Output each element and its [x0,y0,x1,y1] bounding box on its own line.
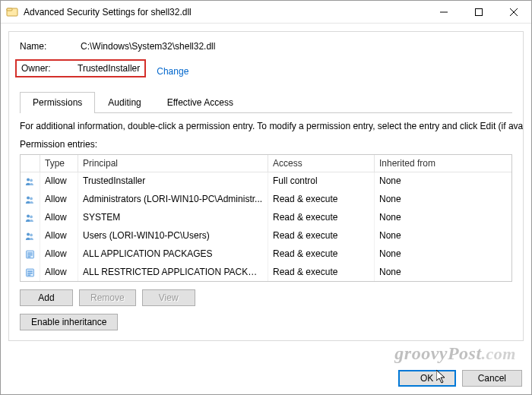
close-button[interactable] [496,1,531,24]
ok-button[interactable]: OK [398,370,456,387]
maximize-button[interactable] [461,1,496,24]
table-row[interactable]: AllowTrustedInstallerFull controlNone [21,172,511,191]
row-inherited: None [375,245,466,264]
row-inherited: None [375,209,466,227]
name-value: C:\Windows\System32\shell32.dll [81,41,215,52]
svg-rect-19 [27,271,33,272]
svg-point-9 [30,198,33,201]
row-principal: Administrators (LORI-WIN10-PC\Administr.… [78,191,268,209]
row-icon [21,191,40,209]
svg-rect-21 [27,274,30,275]
table-row[interactable]: AllowAdministrators (LORI-WIN10-PC\Admin… [21,191,511,209]
svg-point-12 [27,233,30,236]
dialog-footer: OK Cancel [398,370,522,387]
header-access[interactable]: Access [268,155,375,172]
view-button: View [142,289,195,306]
row-type: Allow [40,191,78,209]
svg-point-6 [27,179,30,182]
permissions-table[interactable]: Type Principal Access Inherited from All… [20,154,512,282]
row-icon [21,209,40,227]
row-type: Allow [40,264,78,282]
tab-permissions[interactable]: Permissions [20,92,95,113]
svg-rect-17 [27,256,30,257]
titlebar: Advanced Security Settings for shell32.d… [1,1,531,24]
name-row: Name: C:\Windows\System32\shell32.dll [20,41,512,52]
header-type[interactable]: Type [40,155,78,172]
svg-point-11 [30,216,33,219]
cancel-button[interactable]: Cancel [462,370,522,387]
row-icon [21,245,40,264]
change-owner-link[interactable]: Change [157,66,188,77]
tab-auditing[interactable]: Auditing [95,92,154,113]
owner-label: Owner: [21,63,78,74]
minimize-button[interactable] [426,1,461,24]
row-inherited: None [375,191,466,209]
row-type: Allow [40,172,78,191]
row-access: Read & execute [268,264,375,282]
row-access: Read & execute [268,191,375,209]
row-icon [21,172,40,191]
remove-button: Remove [79,289,136,306]
table-row[interactable]: AllowUsers (LORI-WIN10-PC\Users)Read & e… [21,227,511,245]
row-access: Read & execute [268,245,375,264]
table-row[interactable]: AllowSYSTEMRead & executeNone [21,209,511,227]
table-header: Type Principal Access Inherited from [21,155,511,172]
row-principal: ALL RESTRICTED APPLICATION PACKAGES [78,264,268,282]
row-principal: SYSTEM [78,209,268,227]
tab-effective-access[interactable]: Effective Access [154,92,246,113]
header-inherited[interactable]: Inherited from [375,155,466,172]
row-inherited: None [375,227,466,245]
owner-highlight: Owner: TrustedInstaller [15,59,146,77]
row-access: Read & execute [268,227,375,245]
window-title: Advanced Security Settings for shell32.d… [24,7,426,17]
row-principal: TrustedInstaller [78,172,268,191]
add-button[interactable]: Add [20,289,73,306]
enable-inheritance-button[interactable]: Enable inheritance [20,314,118,330]
row-access: Full control [268,172,375,191]
watermark: groovyPost.com [394,343,516,364]
permission-entries-label: Permission entries: [20,139,512,150]
window-icon [1,6,24,18]
info-text: For additional information, double-click… [20,121,512,131]
tabs: Permissions Auditing Effective Access [20,91,512,113]
header-principal[interactable]: Principal [78,155,268,172]
svg-rect-16 [27,254,33,255]
row-principal: ALL APPLICATION PACKAGES [78,245,268,264]
row-type: Allow [40,209,78,227]
table-row[interactable]: AllowALL APPLICATION PACKAGESRead & exec… [21,245,511,264]
row-type: Allow [40,227,78,245]
table-row[interactable]: AllowALL RESTRICTED APPLICATION PACKAGES… [21,264,511,282]
row-principal: Users (LORI-WIN10-PC\Users) [78,227,268,245]
row-inherited: None [375,172,466,191]
svg-point-10 [27,215,30,218]
svg-rect-1 [7,8,12,11]
svg-rect-3 [476,8,483,15]
svg-point-13 [30,234,33,237]
row-inherited: None [375,264,466,282]
svg-rect-15 [27,253,33,254]
svg-rect-20 [27,273,33,273]
svg-point-7 [30,179,33,182]
owner-value: TrustedInstaller [78,63,140,74]
name-label: Name: [20,41,81,52]
main-panel: Name: C:\Windows\System32\shell32.dll Ow… [8,31,524,341]
row-access: Read & execute [268,209,375,227]
row-icon [21,227,40,245]
svg-point-8 [27,197,30,200]
row-icon [21,264,40,282]
row-type: Allow [40,245,78,264]
